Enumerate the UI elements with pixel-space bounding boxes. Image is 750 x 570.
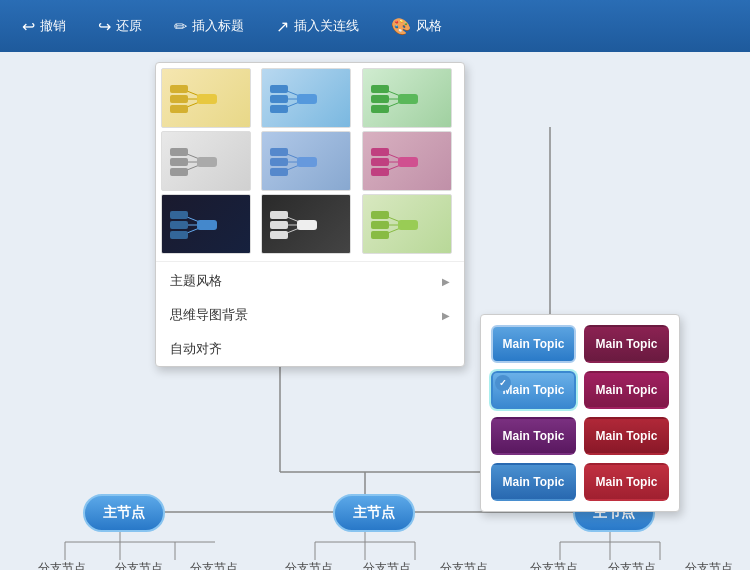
theme-thumb-5[interactable] (261, 131, 351, 191)
redo-icon: ↪ (98, 17, 111, 36)
svg-rect-48 (170, 148, 188, 156)
palette-icon: 🎨 (391, 17, 411, 36)
svg-rect-27 (170, 85, 188, 93)
theme-style-label: 主题风格 (170, 272, 222, 290)
edit-icon: ✏ (174, 17, 187, 36)
menu-mindmap-bg[interactable]: 思维导图背景 ▶ (156, 298, 464, 332)
branch-node-6-label: 分支节点 (440, 561, 488, 570)
topic-style-panel: Main Topic Main Topic ✓ Main Topic Main … (480, 314, 680, 512)
svg-rect-83 (371, 211, 389, 219)
svg-rect-63 (371, 158, 389, 166)
insert-relation-text: 插入关连线 (294, 17, 359, 35)
svg-rect-28 (170, 95, 188, 103)
branch-node-3-label: 分支节点 (190, 561, 238, 570)
branch-node-4-label: 分支节点 (285, 561, 333, 570)
svg-rect-78 (270, 231, 288, 239)
svg-rect-84 (371, 221, 389, 229)
insert-relation-button[interactable]: ↗ 插入关连线 (264, 11, 371, 42)
insert-label-text: 插入标题 (192, 17, 244, 35)
toolbar: ↩ 撤销 ↪ 还原 ✏ 插入标题 ↗ 插入关连线 🎨 风格 (0, 0, 750, 52)
topic-style-7[interactable]: Main Topic (491, 463, 576, 501)
style-label: 风格 (416, 17, 442, 35)
redo-button[interactable]: ↪ 还原 (86, 11, 154, 42)
svg-rect-64 (371, 168, 389, 176)
topic-style-5[interactable]: Main Topic (491, 417, 576, 455)
svg-rect-36 (270, 105, 288, 113)
svg-rect-29 (170, 105, 188, 113)
theme-thumb-2[interactable] (261, 68, 351, 128)
insert-label-button[interactable]: ✏ 插入标题 (162, 11, 256, 42)
svg-rect-26 (197, 94, 217, 104)
branch-node-5[interactable]: 分支节点 (363, 560, 411, 570)
mindmap-bg-label: 思维导图背景 (170, 306, 248, 324)
content-area: 主题风格 ▶ 思维导图背景 ▶ 自动对齐 Main Topic Main Top… (0, 52, 750, 570)
theme-thumb-3[interactable] (362, 68, 452, 128)
svg-rect-55 (270, 148, 288, 156)
undo-icon: ↩ (22, 17, 35, 36)
redo-label: 还原 (116, 17, 142, 35)
svg-rect-57 (270, 168, 288, 176)
svg-rect-40 (398, 94, 418, 104)
svg-rect-71 (170, 231, 188, 239)
branch-node-4[interactable]: 分支节点 (285, 560, 333, 570)
branch-node-9[interactable]: 分支节点 (685, 560, 733, 570)
svg-rect-68 (197, 220, 217, 230)
svg-rect-50 (170, 168, 188, 176)
topic-style-3[interactable]: ✓ Main Topic (491, 371, 576, 409)
topic-style-4[interactable]: Main Topic (584, 371, 669, 409)
branch-node-1-label: 分支节点 (38, 561, 86, 570)
branch-node-9-label: 分支节点 (685, 561, 733, 570)
undo-label: 撤销 (40, 17, 66, 35)
svg-rect-77 (270, 221, 288, 229)
branch-node-8[interactable]: 分支节点 (608, 560, 656, 570)
style-button[interactable]: 🎨 风格 (379, 11, 454, 42)
topic-style-2[interactable]: Main Topic (584, 325, 669, 363)
svg-rect-75 (297, 220, 317, 230)
svg-rect-47 (197, 157, 217, 167)
branch-node-2-label: 分支节点 (115, 561, 163, 570)
topic-style-1[interactable]: Main Topic (491, 325, 576, 363)
svg-rect-34 (270, 85, 288, 93)
main-node-left-label: 主节点 (103, 504, 145, 520)
menu-theme-style[interactable]: 主题风格 ▶ (156, 264, 464, 298)
svg-rect-70 (170, 221, 188, 229)
auto-align-label: 自动对齐 (170, 340, 222, 358)
svg-rect-69 (170, 211, 188, 219)
svg-rect-56 (270, 158, 288, 166)
theme-thumb-1[interactable] (161, 68, 251, 128)
svg-rect-62 (371, 148, 389, 156)
arrow-icon-1: ▶ (442, 276, 450, 287)
theme-thumb-8[interactable] (261, 194, 351, 254)
svg-rect-54 (297, 157, 317, 167)
theme-thumb-4[interactable] (161, 131, 251, 191)
branch-node-7[interactable]: 分支节点 (530, 560, 578, 570)
branch-node-5-label: 分支节点 (363, 561, 411, 570)
branch-node-6[interactable]: 分支节点 (440, 560, 488, 570)
topic-style-6[interactable]: Main Topic (584, 417, 669, 455)
selected-checkmark: ✓ (495, 375, 511, 391)
topic-style-grid: Main Topic Main Topic ✓ Main Topic Main … (491, 325, 669, 501)
branch-node-3[interactable]: 分支节点 (190, 560, 238, 570)
topic-style-8[interactable]: Main Topic (584, 463, 669, 501)
menu-auto-align[interactable]: 自动对齐 (156, 332, 464, 366)
arrow-icon-2: ▶ (442, 310, 450, 321)
undo-button[interactable]: ↩ 撤销 (10, 11, 78, 42)
svg-rect-43 (371, 105, 389, 113)
svg-rect-42 (371, 95, 389, 103)
branch-node-2[interactable]: 分支节点 (115, 560, 163, 570)
svg-rect-33 (297, 94, 317, 104)
theme-thumb-7[interactable] (161, 194, 251, 254)
svg-rect-82 (398, 220, 418, 230)
style-panel: 主题风格 ▶ 思维导图背景 ▶ 自动对齐 (155, 62, 465, 367)
branch-node-1[interactable]: 分支节点 (38, 560, 86, 570)
main-node-center-label: 主节点 (353, 504, 395, 520)
theme-thumb-6[interactable] (362, 131, 452, 191)
main-node-center[interactable]: 主节点 (333, 494, 415, 532)
theme-thumb-9[interactable] (362, 194, 452, 254)
svg-rect-49 (170, 158, 188, 166)
branch-node-8-label: 分支节点 (608, 561, 656, 570)
svg-rect-41 (371, 85, 389, 93)
main-node-left[interactable]: 主节点 (83, 494, 165, 532)
svg-rect-61 (398, 157, 418, 167)
thumbnail-grid (156, 63, 464, 259)
